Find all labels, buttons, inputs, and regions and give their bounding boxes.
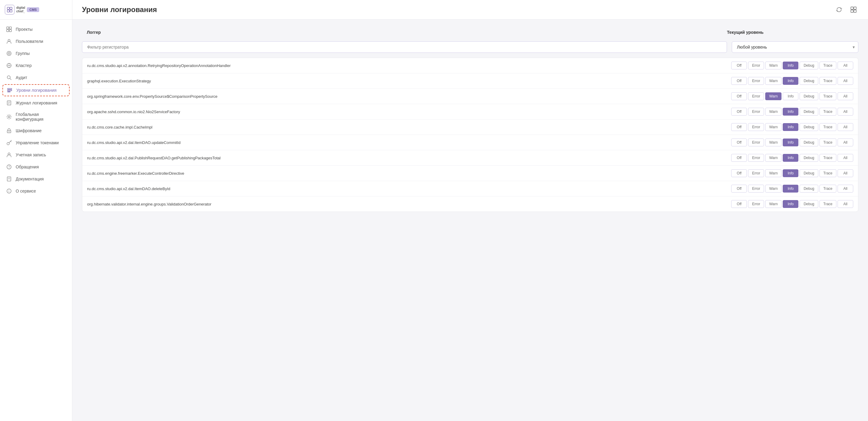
- level-btn-debug[interactable]: Debug: [800, 123, 818, 131]
- level-btn-warn[interactable]: Warn: [765, 123, 781, 131]
- table-column-headers: Логгер Текущий уровень: [82, 27, 858, 38]
- sidebar-item-cluster[interactable]: Кластер: [0, 59, 72, 72]
- sidebar-item-account[interactable]: Учетная запись: [0, 149, 72, 161]
- sidebar-item-groups[interactable]: Группы: [0, 47, 72, 59]
- level-btn-all[interactable]: All: [838, 154, 853, 162]
- encryption-icon: [6, 128, 12, 134]
- level-btn-debug[interactable]: Debug: [800, 169, 818, 177]
- level-btn-error[interactable]: Error: [748, 154, 764, 162]
- sidebar-label-log-journal: Журнал логирования: [16, 101, 57, 105]
- sidebar-item-log-journal[interactable]: Журнал логирования: [0, 97, 72, 109]
- level-btn-info[interactable]: Info: [783, 139, 798, 146]
- level-btn-debug[interactable]: Debug: [800, 185, 818, 193]
- level-btn-debug[interactable]: Debug: [800, 77, 818, 85]
- level-btn-info[interactable]: Info: [783, 185, 798, 193]
- level-btn-error[interactable]: Error: [748, 185, 764, 193]
- sidebar-item-about[interactable]: i О сервисе: [0, 185, 72, 197]
- level-btn-warn[interactable]: Warn: [765, 200, 781, 208]
- level-btn-all[interactable]: All: [838, 62, 853, 69]
- cluster-icon: [6, 62, 12, 68]
- level-btn-off[interactable]: Off: [731, 77, 747, 85]
- level-btn-off[interactable]: Off: [731, 123, 747, 131]
- level-btn-info[interactable]: Info: [783, 154, 798, 162]
- sidebar-item-projects[interactable]: Проекты: [0, 23, 72, 35]
- level-btn-all[interactable]: All: [838, 169, 853, 177]
- level-btn-debug[interactable]: Debug: [800, 139, 818, 146]
- sidebar-item-users[interactable]: Пользователи: [0, 35, 72, 47]
- level-btn-trace[interactable]: Trace: [819, 169, 836, 177]
- level-btn-off[interactable]: Off: [731, 169, 747, 177]
- grid-view-button[interactable]: [849, 5, 858, 15]
- logo-text: digital chief_: [16, 6, 25, 13]
- level-btn-warn[interactable]: Warn: [765, 139, 781, 146]
- level-btn-info[interactable]: Info: [783, 92, 798, 100]
- level-btn-trace[interactable]: Trace: [819, 185, 836, 193]
- level-btn-all[interactable]: All: [838, 139, 853, 146]
- level-btn-error[interactable]: Error: [748, 123, 764, 131]
- level-btn-all[interactable]: All: [838, 77, 853, 85]
- level-btn-warn[interactable]: Warn: [765, 169, 781, 177]
- level-btn-off[interactable]: Off: [731, 92, 747, 100]
- level-btn-error[interactable]: Error: [748, 77, 764, 85]
- logger-filter-input[interactable]: [82, 41, 727, 53]
- level-btn-debug[interactable]: Debug: [800, 92, 818, 100]
- level-btn-error[interactable]: Error: [748, 108, 764, 116]
- level-btn-off[interactable]: Off: [731, 62, 747, 69]
- sidebar-item-log-levels[interactable]: Уровни логирования: [2, 84, 70, 96]
- level-btn-warn[interactable]: Warn: [765, 154, 781, 162]
- level-btn-debug[interactable]: Debug: [800, 154, 818, 162]
- table-row: ru.dc.cms.core.cache.impl.CacheImplOffEr…: [82, 119, 858, 135]
- sidebar-item-audit[interactable]: Аудит: [0, 72, 72, 84]
- level-btn-info[interactable]: Info: [783, 169, 798, 177]
- level-btn-warn[interactable]: Warn: [765, 62, 781, 69]
- level-btn-trace[interactable]: Trace: [819, 92, 836, 100]
- refresh-button[interactable]: [834, 5, 844, 15]
- level-btn-warn[interactable]: Warn: [765, 185, 781, 193]
- level-btn-all[interactable]: All: [838, 123, 853, 131]
- level-btn-error[interactable]: Error: [748, 139, 764, 146]
- logger-name: ru.dc.cms.engine.freemarker.ExecuteContr…: [87, 171, 727, 176]
- level-btn-all[interactable]: All: [838, 185, 853, 193]
- level-filter-select[interactable]: Любой уровень Off Error Warn Info Debug …: [732, 41, 858, 53]
- level-btn-error[interactable]: Error: [748, 200, 764, 208]
- global-config-icon: [6, 114, 12, 120]
- sidebar-item-tokens[interactable]: Управление токенами: [0, 137, 72, 149]
- sidebar-item-support[interactable]: ? Обращения: [0, 161, 72, 173]
- level-btn-off[interactable]: Off: [731, 185, 747, 193]
- level-btn-info[interactable]: Info: [783, 77, 798, 85]
- level-btn-trace[interactable]: Trace: [819, 123, 836, 131]
- sidebar-label-account: Учетная запись: [16, 152, 46, 157]
- level-btn-trace[interactable]: Trace: [819, 154, 836, 162]
- level-btn-trace[interactable]: Trace: [819, 62, 836, 69]
- level-btn-all[interactable]: All: [838, 92, 853, 100]
- sidebar-item-docs[interactable]: Документация: [0, 173, 72, 185]
- logo-icon: [5, 5, 14, 15]
- level-btn-warn[interactable]: Warn: [765, 77, 781, 85]
- level-btn-error[interactable]: Error: [748, 62, 764, 69]
- sidebar-item-encryption[interactable]: Шифрование: [0, 124, 72, 137]
- level-btn-debug[interactable]: Debug: [800, 200, 818, 208]
- level-btn-all[interactable]: All: [838, 200, 853, 208]
- level-btn-off[interactable]: Off: [731, 139, 747, 146]
- level-btn-error[interactable]: Error: [748, 169, 764, 177]
- level-btn-trace[interactable]: Trace: [819, 108, 836, 116]
- level-btn-warn[interactable]: Warn: [765, 108, 781, 116]
- level-btn-trace[interactable]: Trace: [819, 77, 836, 85]
- level-btn-off[interactable]: Off: [731, 200, 747, 208]
- level-btn-debug[interactable]: Debug: [800, 62, 818, 69]
- sidebar-label-encryption: Шифрование: [16, 128, 41, 133]
- level-btn-info[interactable]: Info: [783, 200, 798, 208]
- sidebar-item-global-config[interactable]: Глобальная конфигурация: [0, 109, 72, 124]
- level-btn-off[interactable]: Off: [731, 154, 747, 162]
- level-btn-off[interactable]: Off: [731, 108, 747, 116]
- level-btn-all[interactable]: All: [838, 108, 853, 116]
- level-btn-trace[interactable]: Trace: [819, 200, 836, 208]
- level-btn-trace[interactable]: Trace: [819, 139, 836, 146]
- level-btn-info[interactable]: Info: [783, 108, 798, 116]
- level-btn-warn[interactable]: Warn: [765, 92, 781, 100]
- level-btn-info[interactable]: Info: [783, 123, 798, 131]
- level-btn-error[interactable]: Error: [748, 92, 764, 100]
- level-btn-info[interactable]: Info: [783, 62, 798, 69]
- level-btn-debug[interactable]: Debug: [800, 108, 818, 116]
- level-buttons: OffErrorWarnInfoDebugTraceAll: [727, 200, 853, 208]
